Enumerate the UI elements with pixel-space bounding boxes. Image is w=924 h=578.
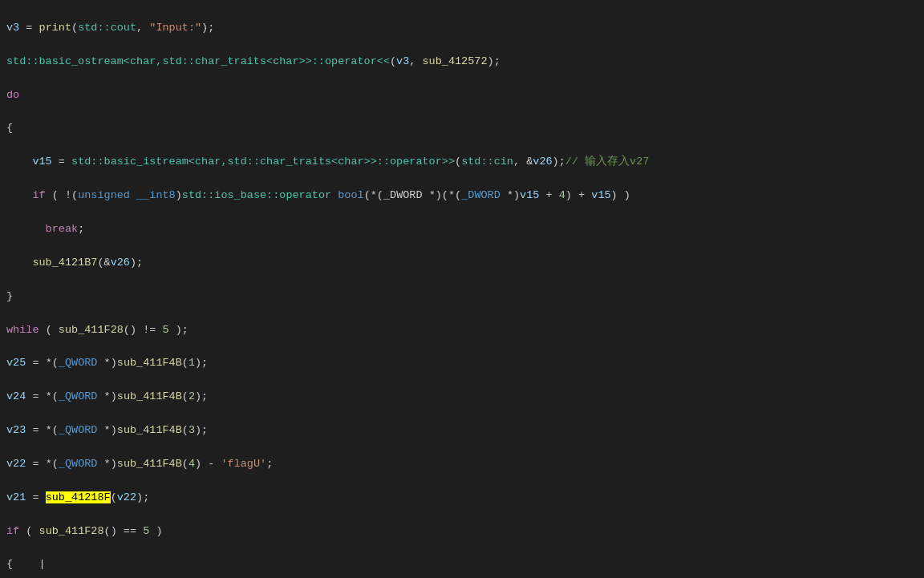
code-line-7: break; bbox=[6, 221, 918, 238]
code-editor: v3 = print(std::cout, "Input:"); std::ba… bbox=[0, 0, 924, 578]
code-line-14: v22 = *(_QWORD *)sub_411F4B(4) - 'flagU'… bbox=[6, 456, 918, 473]
code-line-6: if ( !(unsigned __int8)std::ios_base::op… bbox=[6, 188, 918, 204]
code-line-1: v3 = print(std::cout, "Input:"); bbox=[6, 20, 918, 37]
code-line-3: do bbox=[6, 87, 918, 104]
code-line-16: if ( sub_411F28() == 5 ) bbox=[6, 523, 918, 540]
code-line-17: { | bbox=[6, 556, 918, 573]
code-line-4: { bbox=[6, 120, 918, 137]
code-line-13: v23 = *(_QWORD *)sub_411F4B(3); bbox=[6, 422, 918, 439]
code-line-11: v25 = *(_QWORD *)sub_411F4B(1); bbox=[6, 355, 918, 372]
code-line-9: } bbox=[6, 289, 918, 305]
code-line-12: v24 = *(_QWORD *)sub_411F4B(2); bbox=[6, 389, 918, 406]
code-line-8: sub_4121B7(&v26); bbox=[6, 255, 918, 272]
code-line-15: v21 = sub_41218F(v22); bbox=[6, 490, 918, 507]
code-line-5: v15 = std::basic_istream<char,std::char_… bbox=[6, 154, 918, 171]
code-line-2: std::basic_ostream<char,std::char_traits… bbox=[6, 54, 918, 71]
code-line-10: while ( sub_411F28() != 5 ); bbox=[6, 322, 918, 339]
